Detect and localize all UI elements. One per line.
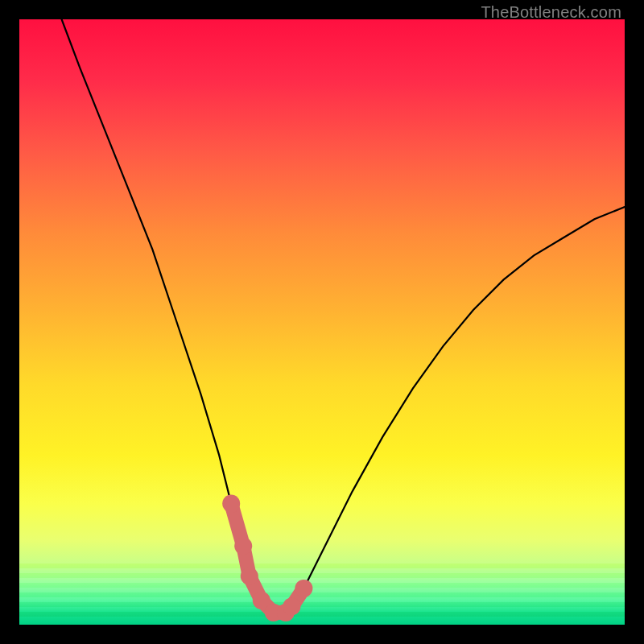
optimal-zone-dot bbox=[295, 580, 312, 597]
optimal-zone-dot bbox=[283, 597, 300, 615]
optimal-zone-dot bbox=[241, 568, 258, 585]
watermark-text: TheBottleneck.com bbox=[481, 3, 621, 22]
optimal-zone-dot bbox=[234, 537, 252, 555]
optimal-zone-dot bbox=[222, 495, 240, 513]
plot-area bbox=[19, 19, 625, 625]
bottleneck-curve-path bbox=[62, 19, 625, 613]
curve-layer bbox=[19, 19, 625, 625]
chart-frame: TheBottleneck.com bbox=[0, 0, 644, 644]
